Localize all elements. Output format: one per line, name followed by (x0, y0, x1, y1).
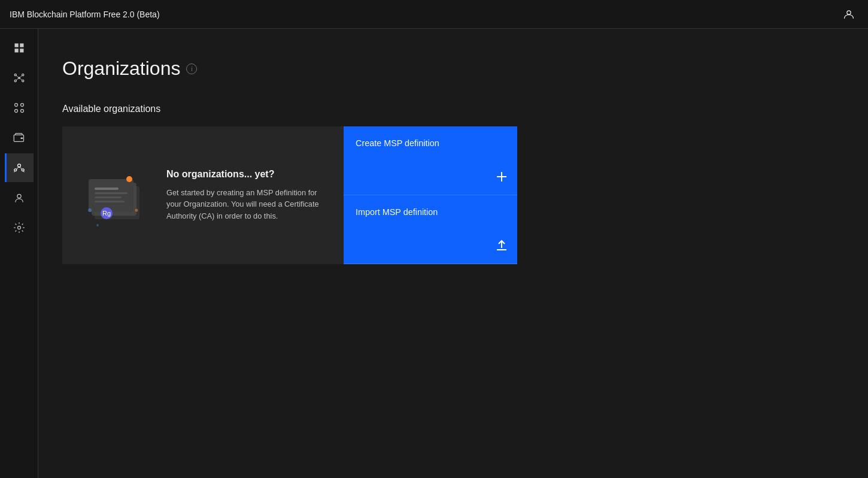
plus-icon (496, 171, 508, 185)
sidebar-item-organizations[interactable] (5, 153, 34, 182)
user-icon[interactable] (839, 5, 858, 24)
info-icon[interactable]: i (186, 63, 197, 74)
svg-point-6 (14, 74, 16, 75)
empty-state-card: Rg No organizations... yet? Get started … (62, 126, 344, 264)
svg-rect-19 (20, 137, 23, 139)
svg-point-16 (14, 110, 17, 113)
sidebar-item-settings[interactable] (5, 213, 34, 242)
svg-point-36 (135, 209, 138, 212)
section-title: Available organizations (62, 104, 844, 114)
cards-row: Rg No organizations... yet? Get started … (62, 126, 529, 264)
page-header: Organizations i (62, 58, 844, 80)
svg-rect-4 (20, 49, 23, 52)
main-layout: Organizations i Available organizations (0, 29, 868, 478)
sidebar-item-dashboard[interactable] (5, 34, 34, 62)
svg-rect-27 (89, 179, 133, 212)
svg-point-37 (96, 224, 99, 226)
svg-point-0 (847, 10, 851, 14)
empty-state-text: No organizations... yet? Get started by … (166, 169, 329, 222)
svg-line-12 (16, 78, 19, 80)
main-content: Organizations i Available organizations (38, 29, 868, 478)
svg-rect-2 (20, 44, 23, 47)
action-cards: Create MSP definition Import MSP definit… (344, 126, 517, 264)
svg-point-32 (126, 176, 132, 182)
svg-rect-31 (95, 201, 125, 202)
svg-point-9 (22, 80, 23, 81)
svg-rect-28 (95, 187, 119, 190)
no-orgs-description: Get started by creating an MSP definitio… (166, 187, 329, 222)
svg-rect-30 (95, 196, 122, 198)
svg-point-17 (20, 110, 23, 113)
sidebar (0, 29, 38, 478)
upload-icon (496, 240, 508, 254)
svg-point-8 (14, 80, 16, 81)
svg-rect-29 (95, 192, 128, 194)
svg-point-35 (88, 208, 92, 212)
svg-point-14 (14, 104, 17, 107)
svg-line-13 (20, 78, 22, 80)
create-msp-label: Create MSP definition (356, 138, 439, 148)
svg-point-20 (17, 164, 20, 167)
svg-point-23 (17, 194, 20, 198)
svg-point-7 (22, 74, 23, 75)
svg-text:Rg: Rg (102, 210, 111, 217)
import-msp-button[interactable]: Import MSP definition (344, 195, 517, 264)
no-orgs-title: No organizations... yet? (166, 169, 329, 180)
app-title: IBM Blockchain Platform Free 2.0 (Beta) (10, 10, 160, 19)
svg-rect-1 (14, 44, 18, 47)
empty-state-illustration: Rg (77, 156, 154, 234)
page-title: Organizations (62, 58, 180, 80)
sidebar-item-identity[interactable] (5, 183, 34, 212)
app-header: IBM Blockchain Platform Free 2.0 (Beta) (0, 0, 868, 29)
create-msp-button[interactable]: Create MSP definition (344, 126, 517, 195)
svg-line-10 (16, 75, 19, 77)
svg-rect-3 (14, 49, 18, 52)
sidebar-item-nodes[interactable] (5, 93, 34, 122)
import-msp-label: Import MSP definition (356, 207, 438, 217)
svg-line-11 (20, 75, 22, 77)
sidebar-item-network[interactable] (5, 63, 34, 92)
sidebar-item-wallet[interactable] (5, 123, 34, 152)
svg-point-15 (20, 104, 23, 107)
svg-point-24 (17, 226, 20, 229)
